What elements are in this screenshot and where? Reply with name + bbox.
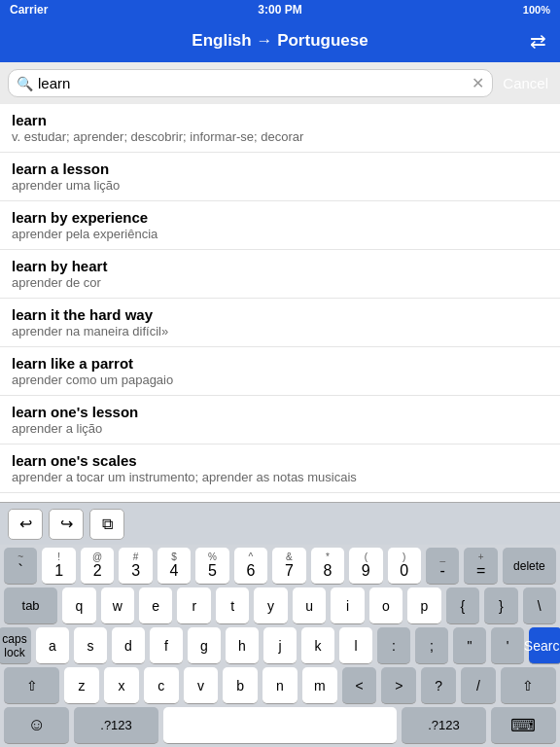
list-item[interactable]: learn by heartaprender de cor — [0, 250, 560, 299]
key-=[interactable]: += — [464, 548, 497, 585]
key-l[interactable]: l — [339, 627, 372, 664]
key-extra-125[interactable]: } — [484, 587, 517, 624]
key-7[interactable]: &7 — [272, 548, 305, 585]
key-extra-47[interactable]: / — [461, 667, 496, 704]
search-icon: 🔍 — [17, 76, 33, 91]
shift-left-key[interactable]: ⇧ — [4, 667, 59, 704]
results-list: learnv. estudar; aprender; descobrir; in… — [0, 104, 560, 534]
num-key-left[interactable]: .?123 — [74, 707, 158, 744]
status-icons: 100% — [523, 4, 550, 16]
keyboard-row-numbers: ~`!1@2#3$4%5^6&7*8(9)0_-+=delete — [4, 548, 556, 585]
key-extra-39[interactable]: ' — [491, 627, 524, 664]
key-extra-34[interactable]: " — [453, 627, 486, 664]
key-1[interactable]: !1 — [42, 548, 75, 585]
key-k[interactable]: k — [301, 627, 334, 664]
key-extra-92[interactable]: \ — [523, 587, 556, 624]
key-y[interactable]: y — [254, 587, 287, 624]
key-a[interactable]: a — [36, 627, 69, 664]
key-9[interactable]: (9 — [349, 548, 382, 585]
clear-search-button[interactable]: ✕ — [472, 74, 484, 92]
key-x[interactable]: x — [104, 667, 139, 704]
undo-button[interactable]: ↩ — [8, 509, 43, 540]
result-term: learn one's lesson — [12, 404, 548, 420]
key-f[interactable]: f — [150, 627, 183, 664]
key-8[interactable]: *8 — [311, 548, 344, 585]
cancel-button[interactable]: Cancel — [499, 75, 552, 91]
key-r[interactable]: r — [177, 587, 210, 624]
list-item[interactable]: learnv. estudar; aprender; descobrir; in… — [0, 104, 560, 153]
key-j[interactable]: j — [263, 627, 297, 664]
keyboard-switch-key[interactable]: ⌨ — [491, 707, 556, 744]
time-label: 3:00 PM — [258, 3, 301, 17]
swap-languages-button[interactable]: ⇄ — [530, 29, 546, 53]
keyboard-row-bottom: ☺.?123.?123⌨ — [4, 707, 556, 744]
key-z[interactable]: z — [64, 667, 99, 704]
key-t[interactable]: t — [216, 587, 249, 624]
result-term: learn by experience — [12, 209, 548, 226]
list-item[interactable]: learn a lessonaprender uma lição — [0, 153, 560, 201]
keyboard-row-3: ⇧zxcvbnm<>?/⇧ — [4, 667, 556, 704]
key-b[interactable]: b — [223, 667, 258, 704]
carrier-label: Carrier — [10, 3, 48, 17]
battery-label: 100% — [523, 4, 550, 16]
key-h[interactable]: h — [226, 627, 259, 664]
paste-button[interactable]: ⧉ — [89, 509, 124, 540]
key-p[interactable]: p — [407, 587, 440, 624]
key-extra-58[interactable]: : — [377, 627, 410, 664]
key-extra-59[interactable]: ; — [415, 627, 448, 664]
result-term: learn by heart — [12, 258, 548, 274]
key-e[interactable]: e — [139, 587, 172, 624]
key-d[interactable]: d — [112, 627, 145, 664]
key-0[interactable]: )0 — [388, 548, 421, 585]
nav-title: English → Portuguese — [192, 31, 368, 51]
search-input[interactable] — [38, 75, 467, 91]
result-definition: aprender de cor — [12, 275, 548, 290]
key-extra-63[interactable]: ? — [421, 667, 456, 704]
key-q[interactable]: q — [62, 587, 95, 624]
result-definition: aprender a tocar um instrumento; aprende… — [12, 470, 548, 484]
key-m[interactable]: m — [302, 667, 337, 704]
result-definition: aprender como um papagaio — [12, 373, 548, 387]
list-item[interactable]: learn it the hard wayaprender na maneira… — [0, 299, 560, 347]
space-key[interactable] — [163, 707, 397, 744]
key-v[interactable]: v — [184, 667, 219, 704]
list-item[interactable]: learn like a parrotaprender como um papa… — [0, 347, 560, 396]
keyboard-row-2: caps lockasdfghjkl:;"'Search — [4, 627, 556, 664]
keyboard-toolbar: ↩ ↪ ⧉ — [0, 502, 560, 545]
key-w[interactable]: w — [101, 587, 134, 624]
list-item[interactable]: learn one's lessonaprender a lição — [0, 396, 560, 445]
key-n[interactable]: n — [262, 667, 298, 704]
num-key-right[interactable]: .?123 — [402, 707, 486, 744]
key-`[interactable]: ~` — [4, 548, 37, 585]
key-extra-62[interactable]: > — [381, 667, 416, 704]
emoji-key[interactable]: ☺ — [4, 707, 69, 744]
delete-key[interactable]: delete — [503, 548, 556, 585]
key-u[interactable]: u — [293, 587, 326, 624]
key-c[interactable]: c — [144, 667, 179, 704]
key-i[interactable]: i — [331, 587, 364, 624]
result-definition: aprender pela experiência — [12, 227, 548, 241]
key-extra-123[interactable]: { — [446, 587, 479, 624]
caps-lock-key[interactable]: caps lock — [0, 627, 31, 664]
key-g[interactable]: g — [188, 627, 221, 664]
tab-key[interactable]: tab — [4, 587, 57, 624]
result-term: learn — [12, 112, 548, 128]
result-definition: aprender na maneira difícil» — [12, 324, 548, 338]
status-bar: Carrier 3:00 PM 100% — [0, 0, 560, 19]
key-6[interactable]: ^6 — [234, 548, 267, 585]
redo-button[interactable]: ↪ — [49, 509, 84, 540]
shift-right-key[interactable]: ⇧ — [501, 667, 556, 704]
key-4[interactable]: $4 — [158, 548, 191, 585]
list-item[interactable]: learn by experienceaprender pela experiê… — [0, 201, 560, 250]
key-o[interactable]: o — [369, 587, 402, 624]
keyboard-row-1: tabqwertyuiop{}\ — [4, 587, 556, 624]
search-key[interactable]: Search — [529, 627, 560, 664]
key-s[interactable]: s — [74, 627, 107, 664]
key--[interactable]: _- — [426, 548, 459, 585]
key-5[interactable]: %5 — [195, 548, 228, 585]
key-3[interactable]: #3 — [119, 548, 152, 585]
key-2[interactable]: @2 — [81, 548, 114, 585]
list-item[interactable]: learn one's scalesaprender a tocar um in… — [0, 445, 560, 493]
result-term: learn a lesson — [12, 160, 548, 177]
key-extra-60[interactable]: < — [342, 667, 377, 704]
